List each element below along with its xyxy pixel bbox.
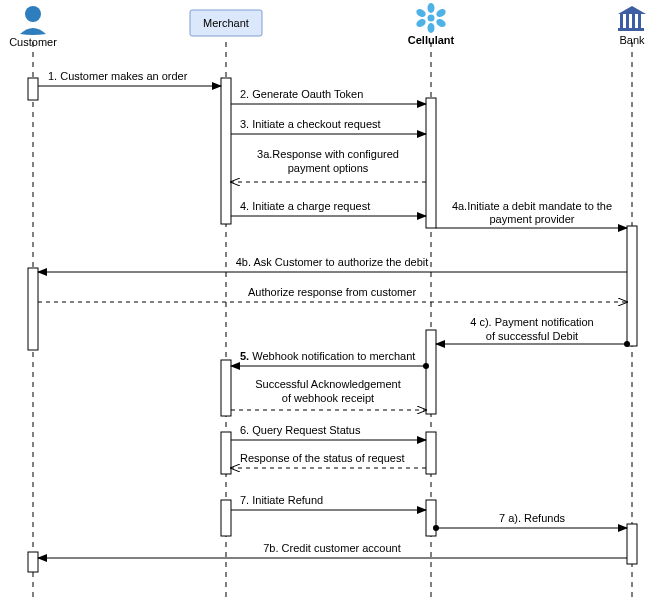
actor-merchant: Merchant bbox=[190, 10, 262, 36]
svg-rect-27 bbox=[221, 432, 231, 474]
actor-bank: Bank bbox=[618, 6, 646, 46]
msg-auth: Authorize response from customer bbox=[248, 286, 416, 298]
svg-point-7 bbox=[428, 15, 435, 22]
msg-3: 3. Initiate a checkout request bbox=[240, 118, 381, 130]
svg-rect-19 bbox=[618, 28, 644, 31]
msg-4: 4. Initiate a charge request bbox=[240, 200, 370, 212]
msg-7b: 7b. Credit customer account bbox=[263, 542, 401, 554]
svg-rect-16 bbox=[626, 14, 629, 28]
svg-rect-31 bbox=[627, 524, 637, 564]
msg-6: 6. Query Request Status bbox=[240, 424, 361, 436]
svg-rect-23 bbox=[627, 226, 637, 346]
msg-3a-line1: 3a.Response with configured bbox=[257, 148, 399, 160]
svg-rect-24 bbox=[28, 268, 38, 350]
customer-label: Customer bbox=[9, 36, 57, 48]
svg-point-12 bbox=[415, 17, 427, 28]
svg-rect-29 bbox=[221, 500, 231, 536]
cellulant-icon bbox=[415, 3, 447, 33]
svg-point-9 bbox=[428, 23, 435, 33]
msg-1: 1. Customer makes an order bbox=[48, 70, 188, 82]
svg-rect-28 bbox=[426, 432, 436, 474]
actor-customer: Customer bbox=[9, 6, 57, 48]
svg-rect-30 bbox=[426, 500, 436, 536]
svg-rect-22 bbox=[426, 98, 436, 228]
msg-4a-line1: 4a.Initiate a debit mandate to the bbox=[452, 200, 612, 212]
cellulant-label: Cellulant bbox=[408, 34, 455, 46]
actor-cellulant: Cellulant bbox=[408, 3, 455, 46]
svg-point-13 bbox=[435, 17, 447, 28]
bank-icon bbox=[618, 6, 646, 31]
svg-rect-25 bbox=[426, 330, 436, 414]
bank-label: Bank bbox=[619, 34, 645, 46]
msg-4c-line2: of successful Debit bbox=[486, 330, 578, 342]
merchant-label: Merchant bbox=[203, 17, 249, 29]
svg-marker-14 bbox=[618, 6, 646, 14]
svg-rect-32 bbox=[28, 552, 38, 572]
msg-7: 7. Initiate Refund bbox=[240, 494, 323, 506]
msg-5ack-line1: Successful Acknowledgement bbox=[255, 378, 401, 390]
msg-5ack-line2: of webhook receipt bbox=[282, 392, 374, 404]
svg-rect-18 bbox=[638, 14, 641, 28]
svg-rect-17 bbox=[632, 14, 635, 28]
svg-point-11 bbox=[435, 7, 447, 18]
msg-2: 2. Generate Oauth Token bbox=[240, 88, 363, 100]
sequence-diagram: Customer Merchant Cellulant Bank bbox=[0, 0, 657, 612]
svg-rect-20 bbox=[28, 78, 38, 100]
msg-4b: 4b. Ask Customer to authorize the debit bbox=[236, 256, 429, 268]
msg-4c-line1: 4 c). Payment notification bbox=[470, 316, 594, 328]
msg-5: 5. Webhook notification to merchant bbox=[240, 350, 415, 362]
svg-rect-26 bbox=[221, 360, 231, 416]
svg-point-10 bbox=[415, 7, 427, 18]
svg-point-5 bbox=[25, 6, 41, 22]
svg-point-8 bbox=[428, 3, 435, 13]
msg-6r: Response of the status of request bbox=[240, 452, 405, 464]
svg-rect-21 bbox=[221, 78, 231, 224]
svg-rect-15 bbox=[620, 14, 623, 28]
msg-4a-line2: payment provider bbox=[490, 213, 575, 225]
msg-3a-line2: payment options bbox=[288, 162, 369, 174]
msg-7a: 7 a). Refunds bbox=[499, 512, 566, 524]
